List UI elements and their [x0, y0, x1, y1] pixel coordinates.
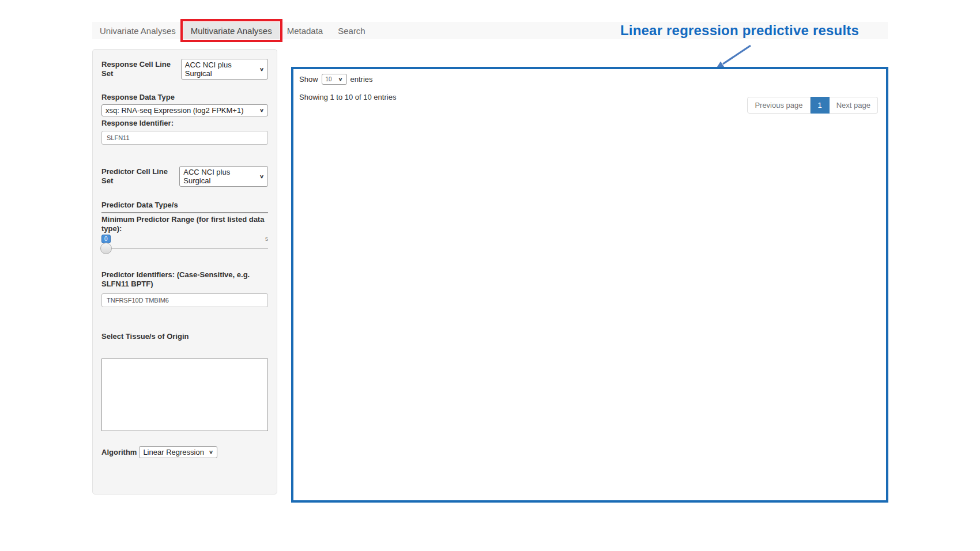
nav-item-label: Search [338, 26, 365, 36]
show-entries-select[interactable]: 10 ∨ [322, 74, 347, 85]
response-cell-line-set-select[interactable]: ACC NCI plus Surgical ∨ [181, 59, 268, 80]
predictor-data-types-listbox[interactable] [101, 212, 268, 213]
predictor-cell-line-set-label: Predictor Cell Line Set [101, 167, 177, 186]
show-entries-value: 10 [326, 76, 332, 82]
nav-item-multivariate-analyses[interactable]: Multivariate Analyses [183, 22, 280, 39]
current-page-button[interactable]: 1 [811, 97, 830, 114]
show-entries-suffix: entries [350, 75, 373, 84]
chevron-down-icon: ∨ [209, 450, 213, 455]
show-entries-prefix: Show [299, 75, 318, 84]
response-identifier-label: Response Identifier: [101, 119, 268, 128]
nav-item-metadata[interactable]: Metadata [280, 22, 331, 39]
slider-max-label: 5 [265, 236, 268, 242]
response-data-type-label: Response Data Type [101, 93, 268, 102]
algorithm-select[interactable]: Linear Regression ∨ [139, 446, 217, 458]
sidebar-form: Response Cell Line Set ACC NCI plus Surg… [92, 49, 277, 495]
algorithm-label: Algorithm [101, 448, 137, 457]
min-predictor-range-label: Minimum Predictor Range (for first liste… [101, 215, 268, 233]
response-cell-line-set-label: Response Cell Line Set [101, 60, 179, 78]
predictor-data-types-label: Predictor Data Type/s [101, 201, 268, 210]
nav-item-label: Metadata [287, 26, 323, 36]
predictor-identifiers-label: Predictor Identifiers: (Case-Sensitive, … [101, 270, 263, 289]
min-predictor-range-slider[interactable]: 0 5 [101, 235, 268, 265]
chevron-down-icon: ∨ [259, 66, 264, 72]
annotation-title: Linear regression predictive results [620, 22, 859, 39]
slider-handle[interactable] [100, 243, 112, 254]
pagination: Previous page 1 Next page [747, 97, 878, 114]
response-data-type-value: xsq: RNA-seq Expression (log2 FPKM+1) [105, 106, 244, 115]
response-cell-line-set-value: ACC NCI plus Surgical [185, 61, 255, 78]
slider-ticks [101, 249, 268, 251]
results-panel: Show 10 ∨ entries Showing 1 to 10 of 10 … [291, 67, 888, 503]
chevron-down-icon: ∨ [259, 108, 264, 114]
nav-item-search[interactable]: Search [330, 22, 373, 39]
previous-page-button[interactable]: Previous page [747, 97, 810, 114]
response-data-type-select[interactable]: xsq: RNA-seq Expression (log2 FPKM+1) ∨ [101, 104, 268, 116]
predictor-cell-line-set-value: ACC NCI plus Surgical [183, 168, 255, 185]
nav-item-univariate-analyses[interactable]: Univariate Analyses [92, 22, 183, 39]
predictor-identifiers-input[interactable] [101, 293, 268, 307]
predictor-cell-line-set-select[interactable]: ACC NCI plus Surgical ∨ [179, 166, 268, 187]
next-page-button[interactable]: Next page [830, 97, 878, 114]
slider-value-badge: 0 [101, 235, 111, 243]
tissue-listbox[interactable] [101, 358, 268, 431]
slider-tick-labels [101, 254, 268, 261]
nav-item-label: Univariate Analyses [100, 26, 176, 36]
response-identifier-input[interactable] [101, 131, 268, 145]
nav-item-label: Multivariate Analyses [191, 26, 272, 36]
chevron-down-icon: ∨ [338, 77, 342, 82]
algorithm-value: Linear Regression [143, 448, 204, 456]
chevron-down-icon: ∨ [259, 173, 264, 179]
tissue-origin-label: Select Tissue/s of Origin [101, 332, 268, 341]
